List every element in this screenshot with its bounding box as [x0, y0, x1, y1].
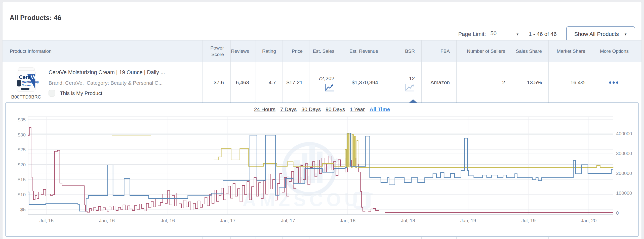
- time-range-30-days[interactable]: 30 Days: [301, 106, 321, 112]
- column-header-more-options: More Options: [592, 40, 635, 62]
- table-row: CeraVe Moisturizing Cream B00TTD9BRC Cer…: [3, 62, 641, 103]
- more-options-button[interactable]: [609, 81, 618, 84]
- x-axis-tick: Jul, 15: [39, 218, 54, 223]
- left-axis-tick: $5: [20, 207, 26, 212]
- table-header: Product Information Power Score Reviews …: [3, 40, 641, 62]
- product-information-cell: CeraVe Moisturizing Cream B00TTD9BRC Cer…: [9, 62, 203, 103]
- my-product-checkbox[interactable]: [49, 90, 55, 97]
- est-sales-cell: 72,202: [309, 62, 341, 103]
- right-axis-tick: 300000: [616, 151, 632, 156]
- column-header-rating[interactable]: Rating: [256, 40, 283, 62]
- price-cell: $17.21: [283, 62, 309, 103]
- chevron-down-icon: ▼: [516, 32, 519, 36]
- left-axis-tick: $35: [18, 117, 26, 122]
- bsr-value: 12: [409, 75, 415, 81]
- x-axis-tick: Jan, 20: [581, 218, 596, 223]
- rating-cell: 4.7: [256, 62, 283, 103]
- show-all-products-label: Show All Products: [574, 31, 619, 37]
- column-header-product-information[interactable]: Product Information: [9, 40, 203, 62]
- watermark: AMZSCOUT: [243, 144, 376, 210]
- pagination-range: 1 - 46 of 46: [529, 31, 557, 37]
- x-axis-tick: Jan, 16: [99, 218, 115, 223]
- chevron-down-icon: ▼: [624, 32, 627, 36]
- column-header-est-sales[interactable]: Est. Sales: [309, 40, 341, 62]
- list-price-history: [214, 133, 613, 168]
- right-axis-tick: 100000: [616, 190, 632, 196]
- left-axis-tick: $10: [18, 192, 26, 197]
- est-revenue-cell: $1,370,394: [341, 62, 385, 103]
- column-header-sales-share[interactable]: Sales Share: [512, 40, 549, 62]
- reviews-cell: 6,463: [231, 62, 256, 103]
- number-of-sellers-cell: 2: [457, 62, 512, 103]
- column-header-market-share[interactable]: Market Share: [549, 40, 592, 62]
- products-card: All Products: 46 Page Limit: 50 ▼ 1 - 46…: [3, 2, 641, 239]
- time-range-links: 24 Hours7 Days30 Days90 Days1 YearAll Ti…: [6, 106, 638, 112]
- history-chart-panel: 24 Hours7 Days30 Days90 Days1 YearAll Ti…: [6, 103, 638, 236]
- x-axis-tick: Jul, 16: [161, 218, 175, 223]
- x-axis-tick: Jul, 17: [281, 218, 295, 223]
- product-asin: B00TTD9BRC: [11, 94, 41, 100]
- column-header-est-revenue[interactable]: Est. Revenue: [341, 40, 385, 62]
- page-limit-select[interactable]: 50 ▼: [490, 30, 520, 38]
- left-axis-tick: $15: [18, 177, 26, 182]
- product-brand-category: Brand: CeraVe, Category: Beauty & Person…: [49, 80, 165, 86]
- time-range-1-year[interactable]: 1 Year: [350, 106, 365, 112]
- svg-text:CeraVe: CeraVe: [19, 74, 37, 80]
- right-axis-tick: 400000: [616, 131, 632, 136]
- right-axis-tick: 200000: [616, 171, 632, 176]
- left-axis-tick: $30: [18, 132, 26, 137]
- svg-text:Moisturizing: Moisturizing: [22, 80, 39, 83]
- time-range-7-days[interactable]: 7 Days: [280, 106, 297, 112]
- more-options-cell: [592, 62, 635, 103]
- column-header-power-score[interactable]: Power Score: [203, 40, 231, 62]
- page-limit-value: 50: [491, 30, 497, 37]
- time-range-90-days[interactable]: 90 Days: [326, 106, 345, 112]
- left-axis-tick: $25: [18, 147, 26, 152]
- x-axis-tick: Jul, 18: [401, 218, 415, 223]
- show-all-products-button[interactable]: Show All Products ▼: [566, 26, 635, 42]
- product-image[interactable]: CeraVe Moisturizing Cream: [12, 67, 40, 93]
- page-title: All Products: 46: [10, 14, 61, 22]
- market-share-cell: 16.4%: [549, 62, 592, 103]
- x-axis-tick: Jul, 19: [521, 218, 536, 223]
- panel-caret-icon: [409, 99, 417, 103]
- column-header-reviews[interactable]: Reviews: [231, 40, 256, 62]
- fba-cell: Amazon: [422, 62, 457, 103]
- bsr-history-chart-icon[interactable]: [405, 84, 415, 92]
- x-axis-tick: Jan, 19: [460, 218, 476, 223]
- history-chart: AMZSCOUT$35$30$25$20$15$10$5400000300000…: [6, 113, 638, 233]
- x-axis-tick: Jan, 18: [340, 218, 355, 223]
- page-limit-label: Page Limit:: [458, 31, 486, 37]
- x-axis-tick: Jan, 17: [220, 218, 235, 223]
- sales-share-cell: 13.5%: [512, 62, 549, 103]
- left-axis-tick: $20: [18, 162, 26, 167]
- next-row-partial: [3, 237, 641, 239]
- my-product-label: This is My Product: [60, 90, 102, 96]
- svg-text:Cream: Cream: [22, 84, 31, 87]
- time-range-all-time[interactable]: All Time: [370, 106, 390, 112]
- svg-text:AMZSCOUT: AMZSCOUT: [243, 189, 376, 210]
- right-axis-tick: 0: [616, 210, 619, 216]
- column-header-fba[interactable]: FBA: [422, 40, 457, 62]
- time-range-24-hours[interactable]: 24 Hours: [254, 106, 275, 112]
- column-header-price[interactable]: Price: [283, 40, 309, 62]
- column-header-bsr[interactable]: BSR: [385, 40, 422, 62]
- est-sales-value: 72,202: [318, 75, 334, 81]
- sales-history-chart-icon[interactable]: [324, 84, 334, 92]
- bsr-cell: 12: [385, 62, 422, 103]
- power-score-cell: 37.6: [203, 62, 231, 103]
- column-header-number-of-sellers[interactable]: Number of Sellers: [457, 40, 512, 62]
- product-title-link[interactable]: CeraVe Moisturizing Cream | 19 Ounce | D…: [49, 69, 165, 76]
